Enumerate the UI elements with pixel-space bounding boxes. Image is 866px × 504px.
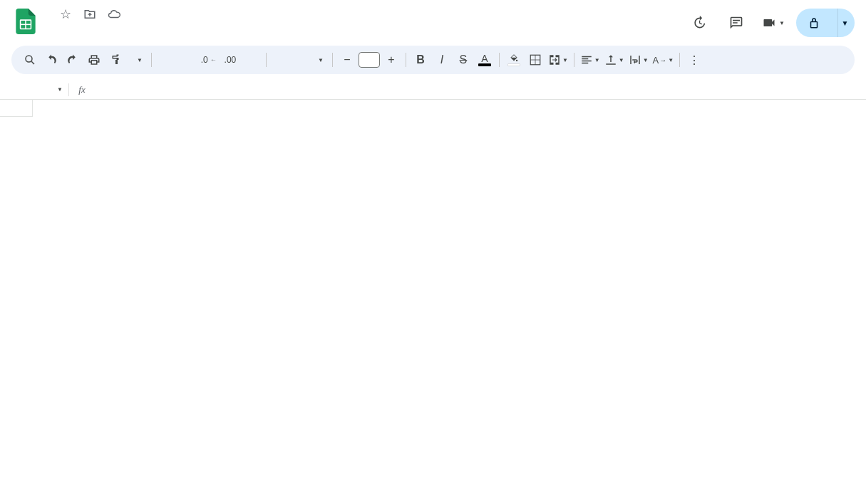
redo-icon[interactable]: [63, 50, 83, 70]
comments-icon[interactable]: [722, 9, 751, 37]
borders-icon[interactable]: [525, 50, 545, 70]
svg-point-3: [26, 56, 32, 62]
strikethrough-icon[interactable]: S: [453, 50, 473, 70]
fx-icon: fx: [73, 84, 91, 96]
text-wrap-icon[interactable]: ▼: [627, 50, 650, 70]
title-bar: ☆ ▼ ▼: [0, 0, 866, 46]
italic-icon[interactable]: I: [432, 50, 452, 70]
font-size-group: − +: [337, 50, 401, 70]
svg-line-4: [31, 61, 34, 64]
select-all-corner[interactable]: [0, 100, 33, 117]
number-format-select[interactable]: [242, 50, 262, 70]
cloud-status-icon[interactable]: [105, 6, 123, 23]
increase-font-icon[interactable]: +: [381, 50, 401, 70]
text-rotation-icon[interactable]: A→▼: [651, 50, 676, 70]
share-button[interactable]: [796, 9, 837, 37]
document-title[interactable]: [46, 14, 54, 15]
search-menus-icon[interactable]: [20, 50, 40, 70]
horizontal-align-icon[interactable]: ▼: [579, 50, 602, 70]
share-button-group: ▼: [796, 9, 855, 37]
font-size-input[interactable]: [359, 52, 380, 68]
name-box[interactable]: ▼: [0, 86, 68, 93]
formula-bar-row: ▼ fx: [0, 80, 866, 100]
more-toolbar-icon[interactable]: ⋮: [684, 50, 704, 70]
increase-decimal-icon[interactable]: .00: [220, 50, 240, 70]
meet-button[interactable]: ▼: [759, 9, 788, 37]
undo-icon[interactable]: [41, 50, 61, 70]
star-icon[interactable]: ☆: [57, 6, 74, 23]
fill-color-icon[interactable]: [504, 50, 524, 70]
zoom-select[interactable]: ▼: [127, 57, 147, 63]
lock-icon: [808, 16, 820, 29]
currency-icon[interactable]: [156, 50, 176, 70]
svg-point-5: [516, 60, 517, 61]
percent-icon[interactable]: [177, 50, 197, 70]
decrease-font-icon[interactable]: −: [337, 50, 357, 70]
toolbar: ▼ .0 ← .00 ▼ − + B I S A ▼ ▼ ▼ ▼ A→▼ ⋮: [11, 46, 855, 74]
history-icon[interactable]: [685, 9, 713, 37]
font-family-select[interactable]: ▼: [271, 57, 328, 63]
print-icon[interactable]: [84, 50, 104, 70]
paint-format-icon[interactable]: [105, 50, 125, 70]
vertical-align-icon[interactable]: ▼: [603, 50, 626, 70]
decrease-decimal-icon[interactable]: .0 ←: [199, 50, 219, 70]
share-dropdown[interactable]: ▼: [837, 9, 855, 37]
move-icon[interactable]: [81, 6, 98, 23]
merge-cells-icon[interactable]: ▼: [547, 50, 569, 70]
sheets-logo[interactable]: [11, 7, 40, 36]
text-color-icon[interactable]: A: [475, 50, 495, 70]
bold-icon[interactable]: B: [411, 50, 431, 70]
